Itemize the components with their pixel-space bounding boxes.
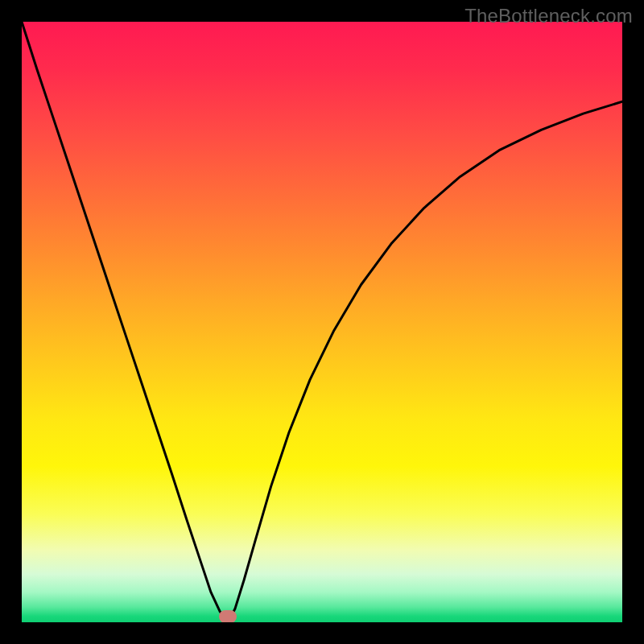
- optimum-marker: [219, 610, 237, 622]
- plot-area: [22, 22, 622, 622]
- curve-path: [22, 22, 622, 622]
- bottleneck-curve: [22, 22, 622, 622]
- watermark-text: TheBottleneck.com: [464, 5, 633, 27]
- chart-stage: TheBottleneck.com: [0, 0, 644, 644]
